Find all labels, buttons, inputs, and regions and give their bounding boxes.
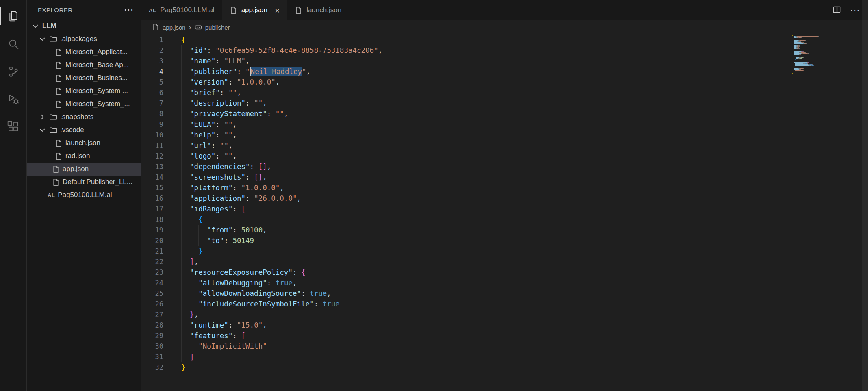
tab-app-json[interactable]: app.json× — [222, 0, 288, 20]
tree-item-rad-json[interactable]: rad.json — [27, 150, 141, 163]
symbol-string-icon — [195, 24, 202, 31]
file-icon — [52, 165, 60, 173]
code-line[interactable]: 17 "idRanges": [ — [141, 204, 868, 214]
code-line[interactable]: 21 } — [141, 246, 868, 256]
line-number: 4 — [141, 66, 163, 77]
tree-item-llm[interactable]: LLM — [27, 20, 141, 33]
tree-item-microsoft-base-ap[interactable]: Microsoft_Base Ap... — [27, 59, 141, 72]
line-number: 31 — [141, 352, 163, 362]
code-line[interactable]: 15 "platform": "1.0.0.0", — [141, 182, 868, 193]
breadcrumb: app.json › publisher — [141, 20, 868, 34]
code-line[interactable]: 8 "privacyStatement": "", — [141, 109, 868, 119]
code-line[interactable]: 26 "includeSourceInSymbolFile": true — [141, 299, 868, 309]
code-line[interactable]: 11 "url": "", — [141, 140, 868, 151]
code-line[interactable]: 5 "version": "1.0.0.0", — [141, 77, 868, 87]
debug-icon — [7, 93, 20, 106]
code-line[interactable]: 7 "description": "", — [141, 98, 868, 109]
line-number: 24 — [141, 278, 163, 288]
code-line[interactable]: 9 "EULA": "", — [141, 119, 868, 130]
code-line[interactable]: 22 ], — [141, 256, 868, 267]
code-line[interactable]: 12 "logo": "", — [141, 151, 868, 161]
tab-pag50100-llm-al[interactable]: ALPag50100.LLM.al — [141, 0, 222, 20]
tree-item-alpackages[interactable]: .alpackages — [27, 33, 141, 46]
source-control-icon — [7, 65, 20, 78]
code-line[interactable]: 10 "help": "", — [141, 130, 868, 140]
tree-item-snapshots[interactable]: .snapshots — [27, 111, 141, 124]
tree-item-label: Microsoft_Applicat... — [65, 48, 128, 56]
tree-item-label: Microsoft_Busines... — [65, 74, 128, 82]
file-icon — [55, 61, 63, 69]
code-line[interactable]: 29 "features": [ — [141, 330, 868, 341]
tree-item-label: Microsoft_Base Ap... — [65, 61, 129, 69]
run-and-debug-activity-button[interactable] — [0, 85, 26, 113]
code-line[interactable]: 24 "allowDebugging": true, — [141, 278, 868, 288]
search-activity-button[interactable] — [0, 30, 26, 58]
line-number: 14 — [141, 172, 163, 182]
tab-bar: ALPag50100.LLM.alapp.json×launch.json ⋯ — [141, 0, 868, 20]
line-number: 29 — [141, 330, 163, 341]
folder-icon — [49, 113, 57, 121]
explorer-activity-button[interactable] — [0, 2, 26, 30]
line-number: 30 — [141, 341, 163, 352]
code-line[interactable]: 30 "NoImplicitWith" — [141, 341, 868, 352]
code-line[interactable]: 6 "brief": "", — [141, 87, 868, 98]
tree-item-microsoft-system[interactable]: Microsoft_System ... — [27, 85, 141, 98]
tree-item-microsoft-busines[interactable]: Microsoft_Busines... — [27, 72, 141, 85]
activity-bar — [0, 0, 27, 391]
line-number: 3 — [141, 56, 163, 66]
sidebar-title: EXPLORER — [38, 7, 73, 13]
breadcrumb-symbol[interactable]: publisher — [205, 24, 230, 31]
file-icon — [55, 87, 63, 95]
tree-item-microsoft-applicat[interactable]: Microsoft_Applicat... — [27, 46, 141, 59]
code-line[interactable]: 27 }, — [141, 309, 868, 320]
code-line[interactable]: 16 "application": "26.0.0.0", — [141, 193, 868, 204]
tree-item-label: .snapshots — [60, 113, 93, 121]
tree-item-default-publisher-ll[interactable]: Default Publisher_LL... — [27, 176, 141, 189]
code-line[interactable]: 4 "publisher": "Neil Haddley", — [141, 66, 868, 77]
sidebar-more-actions-icon[interactable]: ⋯ — [124, 5, 134, 15]
tree-item-vscode[interactable]: .vscode — [27, 124, 141, 137]
breadcrumb-separator-icon: › — [189, 24, 191, 31]
folder-icon — [49, 126, 57, 134]
code-line[interactable]: 2 "id": "0c6fea59-52f8-4c4e-8858-753183a… — [141, 45, 868, 56]
editor-group: ALPag50100.LLM.alapp.json×launch.json ⋯ … — [141, 0, 868, 391]
tab-close-icon[interactable]: × — [275, 6, 280, 15]
tree-item-app-json[interactable]: app.json — [27, 163, 141, 176]
code-line[interactable]: 1{ — [141, 35, 868, 45]
breadcrumb-file[interactable]: app.json — [163, 24, 186, 31]
file-icon — [55, 139, 63, 147]
tree-item-label: app.json — [63, 165, 89, 173]
code-line[interactable]: 14 "screenshots": [], — [141, 172, 868, 182]
code-line[interactable]: 28 "runtime": "15.0", — [141, 320, 868, 330]
chevron-right-icon — [38, 113, 46, 121]
tree-item-launch-json[interactable]: launch.json — [27, 137, 141, 150]
file-icon — [295, 7, 302, 14]
tree-item-pag50100-llm-al[interactable]: ALPag50100.LLM.al — [27, 189, 141, 202]
editor-more-actions-icon[interactable]: ⋯ — [850, 5, 860, 15]
scrollbar[interactable] — [862, 0, 868, 391]
al-file-icon: AL — [149, 7, 156, 13]
code-line[interactable]: 3 "name": "LLM", — [141, 56, 868, 66]
code-line[interactable]: 19 "from": 50100, — [141, 225, 868, 235]
tree-item-microsoft-system[interactable]: Microsoft_System_... — [27, 98, 141, 111]
split-editor-icon[interactable] — [832, 5, 842, 16]
source-control-activity-button[interactable] — [0, 58, 26, 85]
code-line[interactable]: 18 { — [141, 214, 868, 225]
tree-item-label: .vscode — [60, 126, 84, 134]
extensions-activity-button[interactable] — [0, 113, 26, 141]
code-line[interactable]: 13 "dependencies": [], — [141, 161, 868, 172]
code-line[interactable]: 20 "to": 50149 — [141, 235, 868, 246]
line-number: 18 — [141, 214, 163, 225]
tab-launch-json[interactable]: launch.json — [287, 0, 349, 20]
code-line[interactable]: 25 "allowDownloadingSource": true, — [141, 288, 868, 299]
line-number: 10 — [141, 130, 163, 140]
line-number: 32 — [141, 362, 163, 373]
line-number: 8 — [141, 109, 163, 119]
code-editor[interactable]: 1{2 "id": "0c6fea59-52f8-4c4e-8858-75318… — [141, 34, 868, 391]
code-line[interactable]: 23 "resourceExposurePolicy": { — [141, 267, 868, 278]
chevron-down-icon — [31, 22, 39, 30]
code-line[interactable]: 31 ] — [141, 352, 868, 362]
minimap[interactable] — [792, 35, 861, 74]
code-line[interactable]: 32} — [141, 362, 868, 373]
file-tree: LLM.alpackagesMicrosoft_Applicat...Micro… — [27, 20, 141, 391]
